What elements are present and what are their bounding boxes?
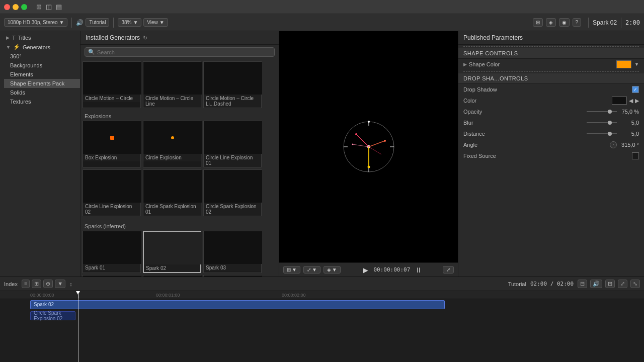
grid-item-spark05[interactable]: Spark 05: [143, 275, 201, 277]
search-input[interactable]: [97, 49, 271, 55]
help-icon[interactable]: ?: [573, 18, 582, 27]
inspector-icon[interactable]: ▤: [56, 3, 62, 11]
thumb-circle-line-explosion02: [83, 170, 141, 203]
timeline-icon-2[interactable]: 🔊: [590, 280, 602, 288]
opacity-slider-thumb: [608, 110, 612, 114]
sidebar-toggle-icon[interactable]: ⊞: [36, 3, 42, 11]
resolution-dropdown[interactable]: 1080p HD 30p, Stereo ▼: [4, 18, 67, 27]
titles-arrow: ▶: [6, 35, 10, 40]
grid-item-spark02[interactable]: Spark 02: [143, 231, 201, 273]
preview-toolbar: ⊞ ▼ ⤢ ▼ ◈ ▼ ▶ 00:00:00:07 ⏸ ⤢: [279, 262, 458, 277]
grid-item-circle-line-explosion02[interactable]: Circle Line Explosion 02: [83, 169, 141, 216]
clip-spark02[interactable]: Spark 02: [30, 300, 445, 309]
search-box[interactable]: 🔍: [85, 47, 275, 57]
solids-label: Solids: [10, 89, 25, 96]
preview-canvas[interactable]: [279, 31, 458, 262]
sidebar-item-elements[interactable]: Elements: [4, 70, 80, 79]
blend-button[interactable]: ◈ ▼: [324, 266, 341, 274]
grid-item-circle-spark-explosion02[interactable]: Circle Spark Explosion 02: [203, 169, 262, 216]
traffic-lights: [4, 4, 27, 10]
grid-item-circle-motion-dashed[interactable]: Circle Motion – Circle Li...Dashed: [203, 61, 262, 108]
sidebar-item-titles[interactable]: ▶ T Titles: [0, 33, 80, 42]
color-right-arrow[interactable]: ▶: [635, 98, 639, 104]
label-circle-spark-explosion01: Circle Spark Explosion 01: [143, 203, 201, 216]
project-dropdown[interactable]: Tutorial: [86, 18, 109, 27]
index-label: Index: [4, 281, 18, 287]
distance-controls: 5,0: [509, 131, 639, 137]
angle-label: Angle: [463, 142, 509, 148]
shape-color-expand[interactable]: ▶: [463, 62, 467, 67]
svg-point-7: [355, 133, 357, 135]
grid-item-circle-explosion[interactable]: Circle Explosion: [143, 121, 201, 167]
timeline-icon-1[interactable]: ⊟: [578, 280, 587, 288]
ruler-mark-2: 00:00:02:00: [282, 293, 306, 298]
sidebar-item-shape-elements-pack[interactable]: Shape Elements Pack: [4, 79, 80, 88]
drop-shadow-checkbox[interactable]: [632, 86, 639, 93]
thumb-spark03: [204, 231, 262, 264]
grid-item-spark06[interactable]: Spark 06: [203, 275, 262, 277]
view-dropdown[interactable]: View ▼: [143, 18, 168, 27]
shape-color-dropdown[interactable]: ▼: [634, 62, 639, 67]
timeline-add-icon[interactable]: ⊕: [43, 280, 53, 288]
sidebar-item-backgrounds[interactable]: Backgrounds: [4, 61, 80, 70]
blur-slider[interactable]: [587, 122, 617, 123]
generator-panel: Installed Generators ↻ 🔍 Circle Motion –…: [80, 31, 279, 277]
timeline-tracks[interactable]: Spark 02 Circle Spark Explosion 02: [0, 299, 644, 362]
behaviors-icon[interactable]: ◈: [546, 18, 556, 27]
refresh-icon[interactable]: ↻: [143, 35, 147, 41]
fullscreen-button[interactable]: ⤢: [443, 266, 454, 274]
maximize-button[interactable]: [21, 4, 27, 10]
zoom-dropdown[interactable]: 38% ▼: [118, 18, 141, 27]
timeline-tool-icon[interactable]: ↕: [69, 281, 72, 287]
opacity-slider[interactable]: [587, 111, 617, 112]
grid-item-spark04[interactable]: Spark 04: [83, 275, 141, 277]
clip-circle-spark[interactable]: Circle Spark Explosion 02: [30, 311, 75, 320]
timeline-settings-icon[interactable]: ▼: [55, 280, 65, 288]
svg-point-8: [352, 144, 353, 145]
sidebar-item-360[interactable]: 360°: [4, 52, 80, 61]
grid-item-spark01[interactable]: Spark 01: [83, 231, 141, 273]
generator-scroll[interactable]: Circle Motion – Circle Circle Motion – C…: [80, 59, 279, 277]
360-label: 360°: [10, 53, 22, 59]
thumb-box-explosion: [83, 121, 141, 154]
timeline-icon-4[interactable]: ⤢: [618, 280, 627, 288]
distance-slider[interactable]: [587, 133, 617, 134]
timeline-icon-5[interactable]: ⤡: [630, 280, 640, 288]
close-button[interactable]: [4, 4, 10, 10]
label-circle-explosion: Circle Explosion: [143, 154, 201, 161]
library-icon[interactable]: ◫: [46, 3, 52, 11]
param-drop-shadow: Drop Shadow: [458, 84, 644, 95]
sidebar-item-textures[interactable]: Textures: [4, 97, 80, 106]
spark-visualization: [329, 107, 409, 187]
textures-label: Textures: [10, 99, 31, 105]
grid-item-circle-spark-explosion01[interactable]: Circle Spark Explosion 01: [143, 169, 201, 216]
filters-icon[interactable]: ◉: [559, 18, 570, 27]
blur-slider-thumb: [608, 121, 612, 125]
grid-item-box-explosion[interactable]: Box Explosion: [83, 121, 141, 167]
transform-button[interactable]: ⤢ ▼: [303, 266, 320, 274]
sidebar-item-generators[interactable]: ▼ ⚡ Generators: [0, 42, 80, 52]
clip-title: Spark 02: [593, 19, 617, 26]
properties-icon[interactable]: ⊞: [533, 18, 543, 27]
play-button[interactable]: ▶: [363, 266, 368, 274]
fixed-source-checkbox[interactable]: [632, 152, 639, 159]
grid-item-circle-motion-circle[interactable]: Circle Motion – Circle: [83, 61, 141, 108]
timeline: Index ≡ ⊞ ⊕ ▼ ↕ Tutorial 02:00 / 02:00 ⊟…: [0, 277, 644, 362]
timeline-list-icon[interactable]: ≡: [22, 280, 30, 288]
grid-item-circle-line-explosion01[interactable]: Circle Line Explosion 01: [203, 121, 262, 167]
fixed-source-controls: [509, 152, 639, 159]
shape-color-controls: ▼: [514, 60, 639, 68]
sidebar-item-solids[interactable]: Solids: [4, 88, 80, 97]
minimize-button[interactable]: [13, 4, 19, 10]
timecode-display: 00:00:00:07: [373, 266, 410, 273]
ruler-mark-0: 00:00:00:00: [30, 293, 54, 298]
timeline-grid-icon[interactable]: ⊞: [32, 280, 41, 288]
grid-item-spark03[interactable]: Spark 03: [203, 231, 262, 273]
color-swatch[interactable]: [612, 97, 627, 105]
shape-color-swatch[interactable]: [616, 60, 631, 68]
color-left-arrow[interactable]: ◀: [629, 98, 633, 104]
grid-item-circle-motion-line[interactable]: Circle Motion – Circle Line: [143, 61, 201, 108]
timeline-icon-3[interactable]: ⊞: [605, 280, 615, 288]
format-button[interactable]: ⊞ ▼: [283, 266, 300, 274]
angle-dial-icon[interactable]: ·: [610, 141, 617, 148]
